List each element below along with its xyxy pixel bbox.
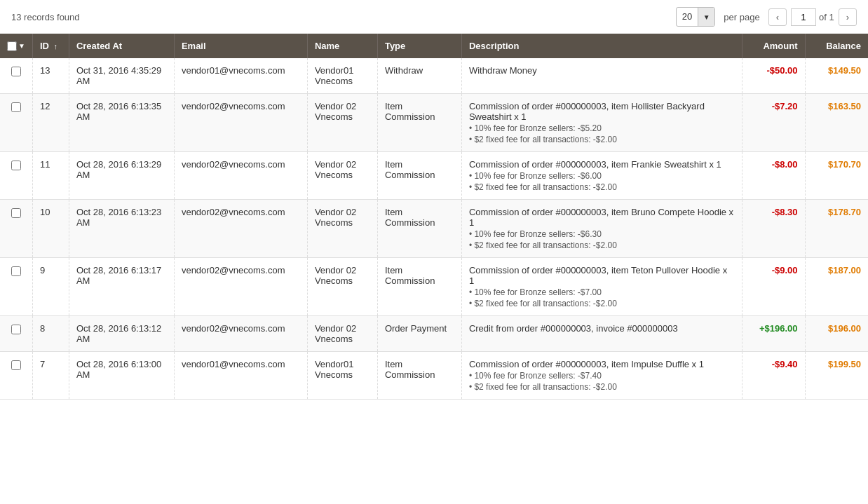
per-page-arrow-icon[interactable]: ▼	[698, 7, 714, 27]
description-bullet: • $2 fixed fee for all transactions: -$2…	[469, 299, 735, 308]
table-row: 12Oct 28, 2016 6:13:35 AMvendor02@vnecom…	[0, 94, 868, 152]
th-type[interactable]: Type	[377, 34, 461, 58]
row-email: vendor01@vnecoms.com	[174, 352, 307, 400]
row-balance: $163.50	[805, 94, 868, 152]
prev-page-button[interactable]: ‹	[768, 8, 787, 26]
select-all-checkbox[interactable]	[7, 41, 17, 51]
table-row: 10Oct 28, 2016 6:13:23 AMvendor02@vnecom…	[0, 200, 868, 258]
per-page-label: per page	[724, 12, 759, 22]
sort-asc-icon: ↑	[54, 42, 58, 50]
row-type: Item Commission	[377, 352, 461, 400]
row-checkbox-cell	[0, 316, 32, 352]
description-main-text: Commission of order #000000003, item Fra…	[469, 159, 721, 170]
table-body: 13Oct 31, 2016 4:35:29 AMvendor01@vnecom…	[0, 58, 868, 400]
row-created-at: Oct 28, 2016 6:13:12 AM	[69, 316, 174, 352]
row-id: 10	[32, 200, 69, 258]
row-balance: $196.00	[805, 316, 868, 352]
row-created-at: Oct 31, 2016 4:35:29 AM	[69, 58, 174, 94]
amount-value: +$196.00	[759, 323, 798, 334]
row-id: 11	[32, 152, 69, 200]
th-amount[interactable]: Amount	[742, 34, 805, 58]
table-row: 7Oct 28, 2016 6:13:00 AMvendor01@vnecoms…	[0, 352, 868, 400]
top-bar: 13 records found 20 ▼ per page ‹ of 1 ›	[0, 0, 868, 34]
row-name: Vendor 02 Vnecoms	[307, 258, 377, 316]
description-bullet: • $2 fixed fee for all transactions: -$2…	[469, 135, 735, 144]
row-name: Vendor01 Vnecoms	[307, 58, 377, 94]
th-balance[interactable]: Balance	[805, 34, 868, 58]
row-type: Withdraw	[377, 58, 461, 94]
row-checkbox[interactable]	[11, 325, 21, 334]
amount-value: -$9.40	[772, 359, 798, 369]
description-bullet: • 10% fee for Bronze sellers: -$7.40	[469, 371, 735, 381]
row-balance: $199.50	[805, 352, 868, 400]
total-pages-label: of 1	[819, 12, 834, 22]
row-checkbox[interactable]	[11, 208, 21, 218]
created-at-col-label: Created At	[76, 41, 122, 51]
row-created-at: Oct 28, 2016 6:13:35 AM	[69, 94, 174, 152]
next-page-button[interactable]: ›	[839, 8, 857, 26]
row-email: vendor02@vnecoms.com	[174, 258, 307, 316]
description-bullet: • $2 fixed fee for all transactions: -$2…	[469, 240, 735, 250]
row-id: 7	[32, 352, 69, 400]
row-type: Order Payment	[377, 316, 461, 352]
table-row: 13Oct 31, 2016 4:35:29 AMvendor01@vnecom…	[0, 58, 868, 94]
description-main-text: Commission of order #000000003, item Bru…	[469, 207, 733, 228]
row-checkbox[interactable]	[11, 67, 21, 76]
row-type: Item Commission	[377, 94, 461, 152]
row-id: 9	[32, 258, 69, 316]
row-name: Vendor 02 Vnecoms	[307, 316, 377, 352]
row-type: Item Commission	[377, 152, 461, 200]
row-checkbox[interactable]	[11, 161, 21, 170]
row-checkbox-cell	[0, 58, 32, 94]
th-email[interactable]: Email	[174, 34, 307, 58]
th-select-all[interactable]: ▼	[0, 34, 32, 58]
row-checkbox[interactable]	[11, 266, 21, 276]
th-name[interactable]: Name	[307, 34, 377, 58]
per-page-value: 20	[677, 7, 698, 27]
description-main-text: Credit from order #000000003, invoice #0…	[469, 323, 678, 334]
row-id: 12	[32, 94, 69, 152]
row-balance: $178.70	[805, 200, 868, 258]
balance-value: $163.50	[828, 101, 861, 111]
row-checkbox-cell	[0, 352, 32, 400]
balance-value: $199.50	[828, 359, 861, 369]
description-col-label: Description	[469, 41, 520, 51]
row-description: Withdraw Money	[461, 58, 742, 94]
row-checkbox[interactable]	[11, 102, 21, 112]
th-id[interactable]: ID ↑	[32, 34, 69, 58]
per-page-dropdown[interactable]: 20 ▼	[676, 7, 715, 27]
description-bullet: • 10% fee for Bronze sellers: -$6.30	[469, 229, 735, 239]
th-description[interactable]: Description	[461, 34, 742, 58]
table-row: 11Oct 28, 2016 6:13:29 AMvendor02@vnecom…	[0, 152, 868, 200]
chevron-down-icon[interactable]: ▼	[18, 42, 25, 50]
row-created-at: Oct 28, 2016 6:13:29 AM	[69, 152, 174, 200]
email-col-label: Email	[182, 41, 206, 51]
row-description: Commission of order #000000003, item Tet…	[461, 258, 742, 316]
row-id: 8	[32, 316, 69, 352]
description-main-text: Commission of order #000000003, item Hol…	[469, 101, 705, 122]
row-checkbox-cell	[0, 152, 32, 200]
row-email: vendor02@vnecoms.com	[174, 316, 307, 352]
row-checkbox-cell	[0, 94, 32, 152]
row-email: vendor01@vnecoms.com	[174, 58, 307, 94]
row-amount: -$9.40	[742, 352, 805, 400]
row-amount: -$9.00	[742, 258, 805, 316]
th-created-at[interactable]: Created At	[69, 34, 174, 58]
name-col-label: Name	[315, 41, 339, 51]
row-created-at: Oct 28, 2016 6:13:17 AM	[69, 258, 174, 316]
records-found-label: 13 records found	[11, 12, 80, 22]
row-name: Vendor01 Vnecoms	[307, 352, 377, 400]
row-name: Vendor 02 Vnecoms	[307, 152, 377, 200]
current-page-input[interactable]	[791, 8, 816, 26]
balance-value: $170.70	[828, 159, 861, 170]
row-checkbox-cell	[0, 258, 32, 316]
row-description: Commission of order #000000003, item Bru…	[461, 200, 742, 258]
amount-value: -$8.30	[772, 207, 798, 217]
amount-value: -$7.20	[772, 101, 798, 111]
row-name: Vendor 02 Vnecoms	[307, 200, 377, 258]
row-id: 13	[32, 58, 69, 94]
row-checkbox[interactable]	[11, 360, 21, 370]
description-bullet: • 10% fee for Bronze sellers: -$7.00	[469, 287, 735, 297]
row-type: Item Commission	[377, 258, 461, 316]
id-col-label: ID	[40, 41, 49, 51]
